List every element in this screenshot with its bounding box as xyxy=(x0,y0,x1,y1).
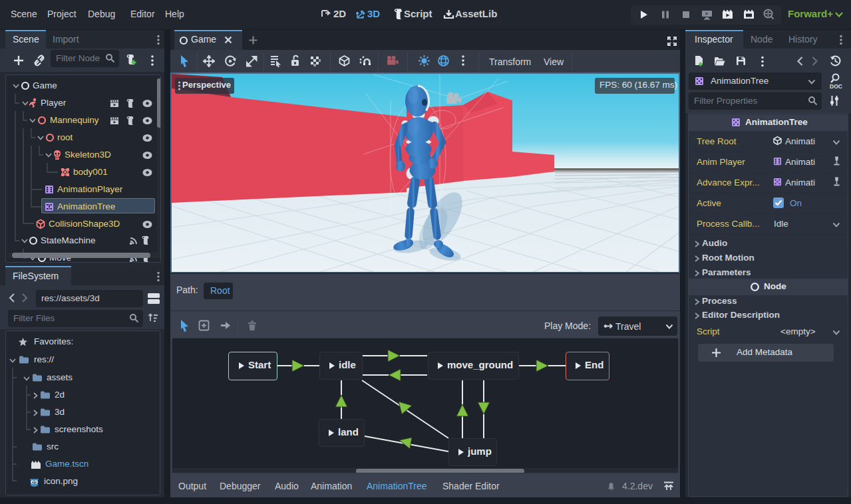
svg-text:DOC: DOC xyxy=(830,83,842,90)
